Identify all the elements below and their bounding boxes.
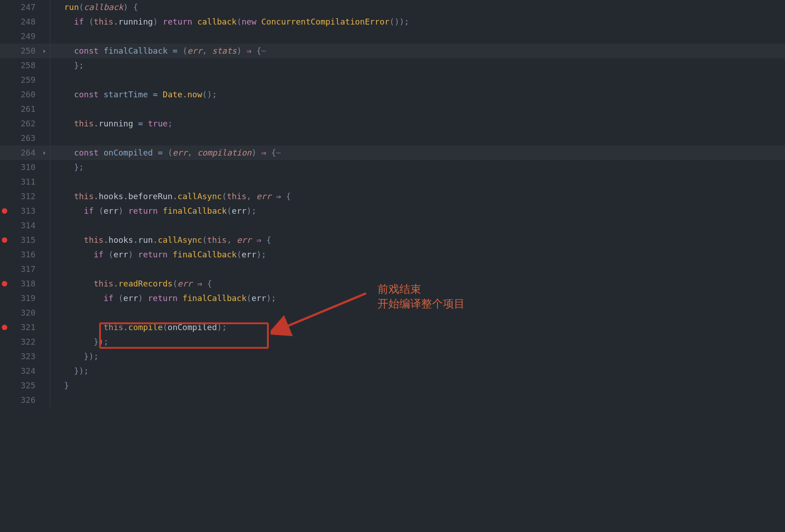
breakpoint-gutter[interactable] <box>0 102 9 116</box>
code-content[interactable]: const startTime = Date.now(); <box>50 87 217 102</box>
code-content[interactable] <box>50 262 64 276</box>
code-line[interactable]: 247run(callback) { <box>0 0 785 15</box>
code-line[interactable]: 326 <box>0 393 785 407</box>
code-content[interactable]: if (err) return finalCallback(err); <box>50 291 276 306</box>
token-fn: now <box>187 90 202 99</box>
breakpoint-gutter[interactable] <box>0 160 9 175</box>
code-content[interactable]: }); <box>50 335 109 349</box>
code-content[interactable]: const finalCallback = (err, stats) ⇒ {⋯ <box>50 44 266 58</box>
code-content[interactable] <box>50 131 64 146</box>
code-line[interactable]: 324 }); <box>0 364 785 378</box>
code-content[interactable]: }; <box>50 58 84 73</box>
code-line[interactable]: 250› const finalCallback = (err, stats) … <box>0 44 785 58</box>
breakpoint-gutter[interactable] <box>0 276 9 291</box>
code-content[interactable]: this.hooks.run.callAsync(this, err ⇒ { <box>50 233 271 247</box>
breakpoint-gutter[interactable] <box>0 306 9 320</box>
breakpoint-gutter[interactable] <box>0 204 9 218</box>
token-arg: callback <box>84 2 123 12</box>
breakpoint-icon[interactable] <box>2 281 7 286</box>
code-line[interactable]: 258 }; <box>0 58 785 73</box>
breakpoint-gutter[interactable] <box>0 131 9 146</box>
breakpoint-icon[interactable] <box>2 325 7 330</box>
code-line[interactable]: 314 <box>0 218 785 233</box>
breakpoint-gutter[interactable] <box>0 262 9 276</box>
code-editor[interactable]: 247run(callback) {248 if (this.running) … <box>0 0 785 407</box>
line-number: 249 <box>9 29 38 44</box>
code-line[interactable]: 261 <box>0 102 785 116</box>
chevron-right-icon[interactable]: › <box>42 146 46 160</box>
code-content[interactable]: }; <box>50 160 84 175</box>
breakpoint-gutter[interactable] <box>0 116 9 131</box>
code-content[interactable] <box>50 393 64 407</box>
fold-gutter[interactable]: › <box>38 146 50 160</box>
code-content[interactable] <box>50 73 64 87</box>
breakpoint-gutter[interactable] <box>0 349 9 364</box>
code-content[interactable]: this.compile(onCompiled); <box>50 320 227 335</box>
breakpoint-gutter[interactable] <box>0 73 9 87</box>
code-line[interactable]: 323 }); <box>0 349 785 364</box>
code-content[interactable] <box>50 306 64 320</box>
code-line[interactable]: 311 <box>0 175 785 189</box>
breakpoint-gutter[interactable] <box>0 378 9 393</box>
code-line[interactable]: 315 this.hooks.run.callAsync(this, err ⇒… <box>0 233 785 247</box>
code-line[interactable]: 320 <box>0 306 785 320</box>
breakpoint-gutter[interactable] <box>0 247 9 262</box>
code-line[interactable]: 262 this.running = true; <box>0 116 785 131</box>
code-content[interactable]: this.readRecords(err ⇒ { <box>50 276 212 291</box>
code-content[interactable] <box>50 175 64 189</box>
code-line[interactable]: 248 if (this.running) return callback(ne… <box>0 15 785 29</box>
code-line[interactable]: 317 <box>0 262 785 276</box>
fold-gutter[interactable]: › <box>38 44 50 58</box>
breakpoint-gutter[interactable] <box>0 146 9 160</box>
breakpoint-gutter[interactable] <box>0 233 9 247</box>
code-content[interactable]: if (this.running) return callback(new Co… <box>50 15 409 29</box>
token-fn: compile <box>128 322 163 332</box>
code-line[interactable]: 319 if (err) return finalCallback(err); <box>0 291 785 306</box>
breakpoint-gutter[interactable] <box>0 175 9 189</box>
breakpoint-gutter[interactable] <box>0 218 9 233</box>
code-line[interactable]: 322 }); <box>0 335 785 349</box>
code-line[interactable]: 259 <box>0 73 785 87</box>
code-content[interactable] <box>50 102 64 116</box>
chevron-right-icon[interactable]: › <box>42 44 46 58</box>
code-line[interactable]: 316 if (err) return finalCallback(err); <box>0 247 785 262</box>
code-content[interactable] <box>50 218 64 233</box>
code-content[interactable]: run(callback) { <box>50 0 138 15</box>
breakpoint-gutter[interactable] <box>0 87 9 102</box>
breakpoint-icon[interactable] <box>2 237 7 243</box>
code-content[interactable]: } <box>50 378 69 393</box>
breakpoint-gutter[interactable] <box>0 320 9 335</box>
code-line[interactable]: 318 this.readRecords(err ⇒ { <box>0 276 785 291</box>
code-line[interactable]: 263 <box>0 131 785 146</box>
code-content[interactable] <box>50 29 64 44</box>
code-line[interactable]: 325} <box>0 378 785 393</box>
code-line[interactable]: 312 this.hooks.beforeRun.callAsync(this,… <box>0 189 785 204</box>
breakpoint-gutter[interactable] <box>0 29 9 44</box>
token-kw: const <box>74 90 99 99</box>
fold-gutter <box>38 131 50 146</box>
code-content[interactable]: this.hooks.beforeRun.callAsync(this, err… <box>50 189 291 204</box>
breakpoint-gutter[interactable] <box>0 44 9 58</box>
code-content[interactable]: const onCompiled = (err, compilation) ⇒ … <box>50 146 281 160</box>
code-content[interactable]: if (err) return finalCallback(err); <box>50 247 266 262</box>
code-content[interactable]: }); <box>50 349 99 364</box>
breakpoint-gutter[interactable] <box>0 335 9 349</box>
breakpoint-gutter[interactable] <box>0 291 9 306</box>
code-content[interactable]: if (err) return finalCallback(err); <box>50 204 257 218</box>
breakpoint-gutter[interactable] <box>0 189 9 204</box>
code-line[interactable]: 321 this.compile(onCompiled); <box>0 320 785 335</box>
code-line[interactable]: 310 }; <box>0 160 785 175</box>
code-content[interactable]: }); <box>50 364 89 378</box>
breakpoint-gutter[interactable] <box>0 0 9 15</box>
breakpoint-gutter[interactable] <box>0 393 9 407</box>
breakpoint-gutter[interactable] <box>0 15 9 29</box>
code-line[interactable]: 264› const onCompiled = (err, compilatio… <box>0 146 785 160</box>
breakpoint-gutter[interactable] <box>0 364 9 378</box>
code-content[interactable]: this.running = true; <box>50 116 172 131</box>
code-line[interactable]: 249 <box>0 29 785 44</box>
breakpoint-gutter[interactable] <box>0 58 9 73</box>
breakpoint-icon[interactable] <box>2 208 7 214</box>
token-this: this <box>74 191 94 201</box>
code-line[interactable]: 260 const startTime = Date.now(); <box>0 87 785 102</box>
code-line[interactable]: 313 if (err) return finalCallback(err); <box>0 204 785 218</box>
